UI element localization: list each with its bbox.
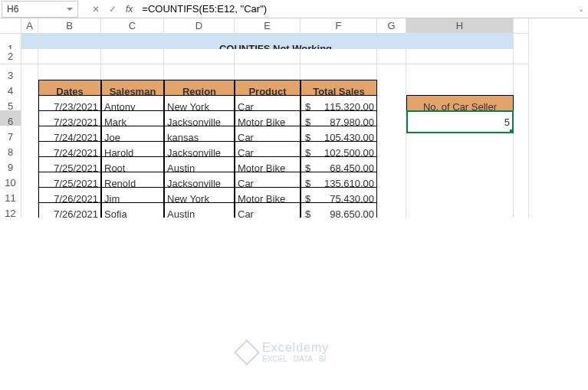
cell-H2[interactable] [406, 49, 514, 64]
select-all-corner[interactable] [0, 18, 21, 34]
table-cell-total-8: $98,650.00 [301, 202, 377, 218]
cell-H12[interactable] [406, 202, 514, 218]
cell-D2[interactable] [164, 49, 235, 64]
col-header-end[interactable] [514, 18, 529, 34]
cell-G2[interactable] [377, 49, 406, 64]
table-cell-product-8: Car [235, 202, 301, 218]
cell-end2[interactable] [514, 49, 529, 64]
col-header-A[interactable]: A [21, 18, 38, 34]
cell-end12[interactable] [514, 202, 529, 218]
table-cell-sales-8: Sofia [101, 202, 164, 218]
col-header-H[interactable]: H [406, 18, 514, 34]
cancel-icon[interactable]: ✕ [87, 1, 104, 18]
confirm-icon[interactable]: ✓ [104, 1, 121, 18]
col-header-F[interactable]: F [301, 18, 377, 34]
cell-B2[interactable] [38, 49, 101, 64]
col-header-D[interactable]: D [164, 18, 235, 34]
chevron-down-icon[interactable] [67, 8, 73, 11]
table-cell-region-8: Austin [164, 202, 235, 218]
row-header-12[interactable]: 12 [0, 202, 21, 218]
col-header-E[interactable]: E [235, 18, 301, 34]
table-cell-date-8: 7/26/2021 [38, 202, 101, 218]
name-box-value: H6 [7, 4, 18, 15]
cell-F2[interactable] [301, 49, 377, 64]
col-header-G[interactable]: G [377, 18, 406, 34]
cell-A12[interactable] [21, 202, 38, 218]
expand-icon[interactable]: ⌄ [574, 1, 588, 18]
row-header-2[interactable]: 2 [0, 49, 21, 64]
col-header-B[interactable]: B [38, 18, 101, 34]
name-box[interactable]: H6 [2, 1, 78, 18]
cell-A2[interactable] [21, 49, 38, 64]
cell-G12[interactable] [377, 202, 406, 218]
fill-handle[interactable] [510, 129, 514, 133]
active-cell[interactable]: 5 [406, 110, 514, 133]
cell-C2[interactable] [101, 49, 164, 64]
col-header-C[interactable]: C [101, 18, 164, 34]
cell-E2[interactable] [235, 49, 301, 64]
spreadsheet-grid[interactable]: ABCDEFGH1COUNTIFS Not Working234DatesSal… [0, 18, 588, 218]
formula-bar: H6 ✕ ✓ fx ⌄ [0, 0, 588, 18]
formula-input[interactable] [137, 1, 574, 18]
fx-icon[interactable]: fx [121, 4, 137, 15]
